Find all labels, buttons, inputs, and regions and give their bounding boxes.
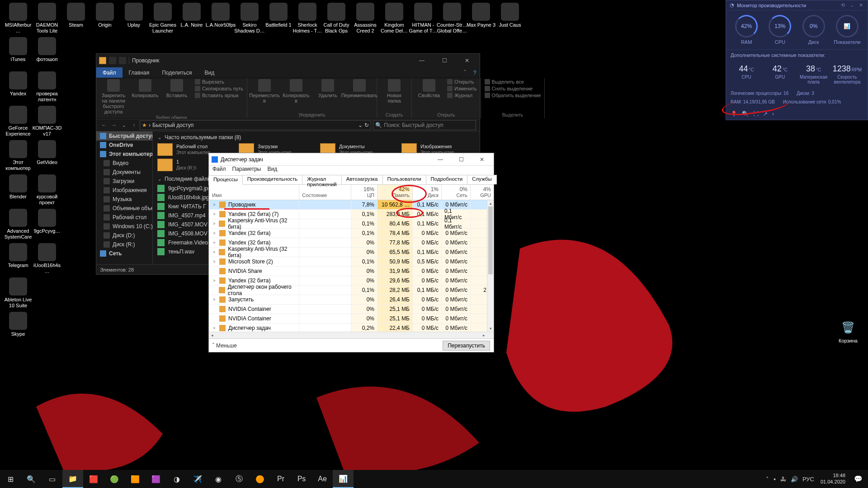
ribbon-history[interactable]: Журнал <box>447 93 477 98</box>
tm-fewer-details[interactable]: ˆ Меньше <box>212 343 237 349</box>
desktop-icon[interactable]: DAEMON Tools Lite <box>32 3 62 34</box>
desktop-icon[interactable]: 9gcPcyvg… <box>32 209 62 234</box>
ribbon-deselect[interactable]: Снять выделение <box>485 86 541 91</box>
sidebar-item[interactable]: Диск (D:) <box>96 231 152 240</box>
desktop-icon[interactable]: GeForce Experience <box>3 106 33 137</box>
desktop-icon[interactable]: iTunes <box>3 37 33 62</box>
tm-vscrollbar[interactable]: ▴▾ <box>487 200 494 332</box>
tray-lang[interactable]: РУС <box>802 476 814 483</box>
ribbon-pin[interactable]: Закрепить на панели быстрого доступа <box>100 79 127 114</box>
taskbar-ae[interactable]: Ae <box>312 470 333 488</box>
sidebar-item[interactable]: Музыка <box>96 195 152 204</box>
ribbon-cut[interactable]: Вырезать <box>195 79 243 84</box>
tm-tab[interactable]: Процессы <box>208 175 243 185</box>
menu-item[interactable]: Файл <box>212 166 226 175</box>
tray-network-icon[interactable]: 🖧 <box>780 476 786 483</box>
ribbon-delete[interactable]: Удалить <box>314 79 341 98</box>
tm-tab[interactable]: Автозагрузка <box>341 175 383 184</box>
process-row[interactable]: >Microsoft Store (2)0,1%50,9 МБ0,5 МБ/с0… <box>209 257 494 267</box>
tray-overflow-icon[interactable]: ˄ <box>766 476 769 483</box>
refresh-button[interactable]: ↻ <box>364 122 369 128</box>
sidebar-item[interactable]: Объемные объекты <box>96 204 152 213</box>
tm-tab[interactable]: Журнал приложений <box>302 175 341 184</box>
tm-tab[interactable]: Службы <box>467 175 497 184</box>
sidebar-item[interactable]: Документы <box>96 168 152 177</box>
sidebar-item[interactable]: Загрузки <box>96 177 152 186</box>
ribbon-invert[interactable]: Обратить выделение <box>485 93 541 98</box>
tm-titlebar[interactable]: Диспетчер задач — ☐ ✕ <box>209 153 494 166</box>
taskbar-blender[interactable]: 🟠 <box>250 470 270 488</box>
taskbar-torrent[interactable]: 🟢 <box>104 470 125 488</box>
desktop-icon[interactable]: фотошоп <box>32 37 62 62</box>
sidebar-item[interactable]: Windows 10 (C:) <box>96 222 152 231</box>
sidebar-item[interactable]: Быстрый доступ <box>96 131 152 141</box>
system-tray[interactable]: ˄ ▪ 🖧 🔊 РУС <box>762 470 818 488</box>
ribbon-open[interactable]: Открыть <box>447 79 477 84</box>
desktop-icon[interactable]: MSIAfterbur… <box>3 3 33 34</box>
tray-volume-icon[interactable]: 🔊 <box>791 476 798 483</box>
ribbon-properties[interactable]: Свойства <box>415 79 443 98</box>
desktop-icon[interactable]: Epic Games Launcher <box>147 3 178 34</box>
process-row[interactable]: >Yandex (32 бита)0,1%78,4 МБ0 МБ/с0 Мбит… <box>209 229 494 238</box>
ribbon-move[interactable]: Переместить в <box>251 79 278 103</box>
explorer-titlebar[interactable]: Проводник — ☐ ✕ <box>96 54 480 67</box>
minimize-button[interactable]: — <box>412 54 432 67</box>
taskbar-clock[interactable]: 18:48 01.04.2020 <box>818 473 848 485</box>
perf-metric[interactable]: 13%CPU <box>763 15 797 45</box>
ribbon-select-all[interactable]: Выделить все <box>485 79 541 84</box>
perf-minimize-button[interactable]: – <box>849 3 855 8</box>
desktop-icon[interactable]: Sekiro Shadows D… <box>234 3 265 34</box>
action-center-button[interactable]: 💬 <box>848 475 868 483</box>
taskbar-explorer[interactable]: 📁 <box>62 470 83 488</box>
recycle-bin[interactable]: 🗑️ Корзина <box>833 319 863 343</box>
desktop-icon[interactable]: Advanced SystemCare <box>3 209 33 240</box>
perf-metric[interactable]: 0%Диск <box>797 15 830 45</box>
desktop-icon[interactable]: Yandex <box>3 71 33 97</box>
menu-item[interactable]: Вид <box>267 166 277 175</box>
desktop-icon[interactable]: GetVideo <box>32 140 62 165</box>
sidebar-item[interactable]: Изображения <box>96 186 152 195</box>
desktop-icon[interactable]: Counter-Str… Global Offe… <box>437 3 467 34</box>
process-row[interactable]: Диспетчер окон рабочего стола0,1%28,2 МБ… <box>209 286 494 295</box>
desktop-icon[interactable]: Sherlock Holmes - T… <box>292 3 323 34</box>
ribbon-edit[interactable]: Изменить <box>447 86 477 91</box>
sidebar-item[interactable]: Диск (R:) <box>96 240 152 249</box>
desktop-icon[interactable]: Uplay <box>118 3 149 28</box>
tm-header-row[interactable]: Имя Состояние 16%ЦП 42%Память 1%Диск 0%С… <box>209 185 494 200</box>
process-row[interactable]: NVIDIA Container0%25,1 МБ0 МБ/с0 Мбит/с0 <box>209 305 494 314</box>
desktop-icon[interactable]: L.A. Noire <box>176 3 207 28</box>
taskbar-photoshop[interactable]: Ps <box>291 470 312 488</box>
tray-app-icon[interactable]: ▪ <box>774 476 776 483</box>
process-row[interactable]: NVIDIA Share0%31,9 МБ0 МБ/с0 Мбит/с0 <box>209 267 494 276</box>
tm-tab[interactable]: Подробности <box>426 175 468 184</box>
help-button[interactable]: ? <box>470 67 480 78</box>
close-button[interactable]: ✕ <box>457 54 477 67</box>
arrow-right-icon[interactable]: › <box>772 111 774 117</box>
tm-tab[interactable]: Производительность <box>242 175 303 184</box>
process-row[interactable]: >Запустить0%26,4 МБ0 МБ/с0 Мбит/с0 <box>209 295 494 305</box>
nav-back[interactable]: ← <box>100 122 108 128</box>
sidebar-item[interactable]: OneDrive <box>96 141 152 150</box>
ribbon-copy[interactable]: Копировать <box>132 79 159 98</box>
desktop-icon[interactable]: Skype <box>3 312 33 337</box>
process-row[interactable]: >Диспетчер задач0,2%22,4 МБ0 МБ/с0 Мбит/… <box>209 324 494 332</box>
ribbon-new-folder[interactable]: Новая папка <box>381 79 408 103</box>
ribbon-tab[interactable]: Главная <box>123 67 156 78</box>
start-button[interactable]: ⊞ <box>0 470 21 488</box>
section-frequent[interactable]: Часто используемые папки (8) <box>153 131 480 141</box>
perf-close-button[interactable]: ✕ <box>858 2 864 8</box>
tm-close-button[interactable]: ✕ <box>473 153 491 166</box>
desktop-icon[interactable]: Max Payne 3 <box>466 3 496 28</box>
taskbar-telegram[interactable]: ✈️ <box>187 470 208 488</box>
perf-refresh-icon[interactable]: ⟲ <box>840 2 846 8</box>
desktop-icon[interactable]: проверка латентн <box>32 71 62 103</box>
taskbar-live[interactable]: 🟪 <box>146 470 166 488</box>
desktop-icon[interactable]: Battlefield 1 <box>263 3 294 28</box>
address-dropdown[interactable]: ⌄ <box>358 122 363 128</box>
tm-maximize-button[interactable]: ☐ <box>452 153 470 166</box>
desktop-icon[interactable]: HITMAN - Game of T… <box>408 3 439 34</box>
process-row[interactable]: >Kaspersky Anti-Virus (32 бита)0,1%80,4 … <box>209 219 494 229</box>
taskbar[interactable]: ⊞ 🔍 ▭ 📁 🟥 🟢 🟧 🟪 ◑ ✈️ ◉ Ⓢ 🟠 Pr Ps Ae 📊 ˄ … <box>0 470 868 488</box>
desktop-icon[interactable]: КОМПАС-3D v17 <box>32 106 62 137</box>
taskbar-premiere[interactable]: Pr <box>270 470 291 488</box>
